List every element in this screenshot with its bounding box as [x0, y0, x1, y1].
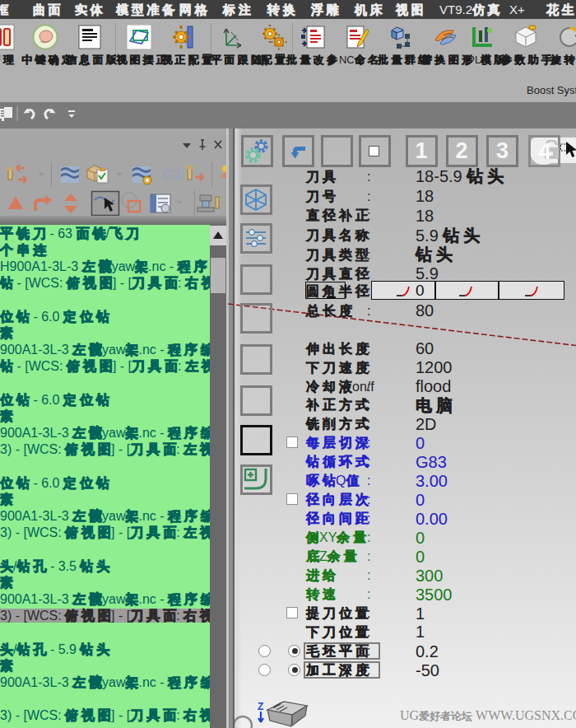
svg-text:G1: G1 [162, 166, 182, 183]
svg-text:Z: Z [258, 701, 263, 712]
